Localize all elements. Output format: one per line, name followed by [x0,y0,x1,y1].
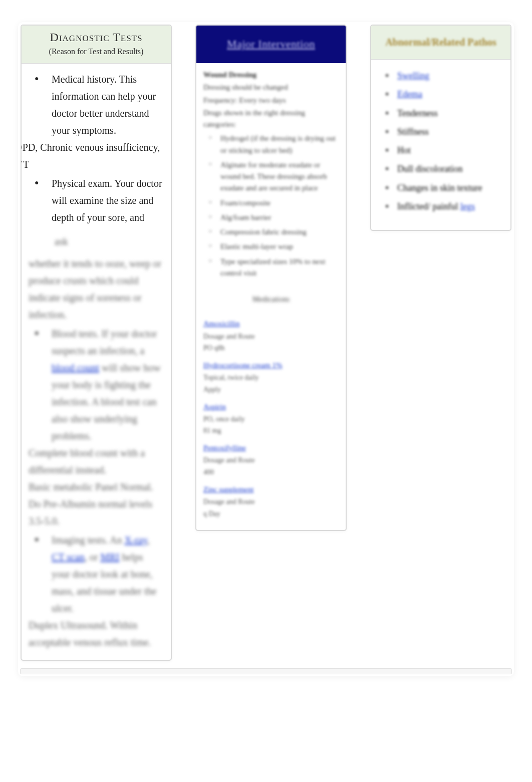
paragraph-1: whether it tends to ooze, weep or produc… [29,255,164,323]
list-item: Medical history. This information can he… [49,69,164,139]
card-header: Abnormal/Related Pathos [371,26,510,60]
card-title: Major Intervention [227,38,315,50]
med-line: PO, once daily [203,414,339,425]
list-item: Elastic multi-layer wrap [220,239,339,254]
bullet-list-top: Medical history. This information can he… [29,69,164,139]
paragraph-4: Do Pre-Albumin normal levels 3.5-5.0. [29,495,164,530]
list-item: Foam/composite [220,196,339,210]
col-major-intervention: Major Intervention Wound Dressing Dressi… [196,25,346,531]
text-line: Dressing should be changed [203,82,339,93]
spacer [29,226,164,233]
med-line: Dosage and Route [203,455,339,466]
card-title: Abnormal/Related Pathos [385,37,496,48]
bullet-list-blur-1: Blood tests. If your doctor suspects an … [29,323,164,444]
med-line: q Day [203,508,339,519]
content-frame: Diagnostic Tests (Reason for Test and Re… [18,22,514,676]
list-item: Type specialized sizes 10% to next contr… [220,254,339,281]
med-line: Apply [203,384,339,395]
card-abnormal-related: Abnormal/Related Pathos Swelling Edema T… [371,25,511,230]
list-item: Alg/foam barrier [220,210,339,225]
med-link[interactable]: Zinc supplement [203,484,253,495]
medications-list: Amoxicillin Dosage and Route PO q8h Hydr… [203,318,339,519]
card-major-intervention: Major Intervention Wound Dressing Dressi… [196,25,346,531]
med-link[interactable]: Hydrocortisone cream 1% [203,360,282,371]
footer-divider [20,668,512,674]
list-item: Swelling [397,67,501,85]
med-link[interactable]: Pentoxifylline [203,442,246,454]
list-item: Alginate for moderate exudate or wound b… [220,158,339,196]
three-column-grid: Diagnostic Tests (Reason for Test and Re… [20,24,512,661]
paragraph-5: Duplex Ultrasound. Within acceptable ven… [29,617,164,651]
link[interactable]: Edema [397,89,422,99]
medications-heading: Medications [252,294,290,305]
med-line: PO q8h [203,343,339,354]
card-title: Diagnostic Tests [28,31,165,44]
list-text: Medical history. This information can he… [52,74,156,136]
list-text: Blood tests. If your doctor suspects an … [52,328,161,441]
list-item: Changes in skin texture [397,179,501,197]
text-line: Frequency: Every two days [203,95,339,106]
link-ct[interactable]: CT scan [52,552,85,563]
section-heading: Wound Dressing [203,69,339,81]
list-text: Inflicted/ painful [397,201,460,211]
text-line: Drugs shown in the right dressing catego… [203,107,339,131]
symptom-bullet-list: Swelling Edema Tenderness Stiffness Hot … [380,67,501,216]
list-item: Imaging tests. An X-ray, CT scan, or MRI… [49,530,164,617]
list-item: Dull discoloration [397,160,501,178]
med-link[interactable]: Aspirin [203,401,226,413]
page: Diagnostic Tests (Reason for Test and Re… [0,0,532,782]
list-item: Edema [397,85,501,104]
med-line: Dosage and Route [203,331,339,342]
list-item: Inflicted/ painful legs [397,197,501,216]
med-line: Dosage and Route [203,496,339,507]
list-text: Physical exam. Your doctor will examine … [52,178,162,223]
card-body: Wound Dressing Dressing should be change… [196,63,346,530]
list-item: Hot [397,141,501,160]
list-item: Physical exam. Your doctor will examine … [49,173,164,226]
list-text: Imaging tests. An X-ray, CT scan, or MRI… [52,535,156,614]
list-item: Blood tests. If your doctor suspects an … [49,323,164,444]
short-ask-line: ask [29,233,164,250]
list-item: Hydrogel (if the dressing is drying out … [220,131,339,158]
link-mri[interactable]: MRI [100,552,119,563]
card-body: Swelling Edema Tenderness Stiffness Hot … [371,60,510,230]
card-subtitle: (Reason for Test and Results) [28,47,165,56]
dressing-bullet-list: Hydrogel (if the dressing is drying out … [203,131,339,281]
list-item: Tenderness [397,104,501,123]
link[interactable]: legs [460,201,475,211]
card-header: Diagnostic Tests (Reason for Test and Re… [22,26,171,64]
card-header: Major Intervention [196,26,346,63]
paragraph-3: Basic metabolic Panel Normal. [29,478,164,495]
link-xray[interactable]: X-ray [125,535,147,546]
medications-heading-wrap: Medications [203,294,339,305]
link[interactable]: Swelling [397,71,429,81]
list-item: Compression fabric dressing [220,225,339,239]
col-abnormal-related: Abnormal/Related Pathos Swelling Edema T… [371,25,511,230]
list-item: Stiffness [397,123,501,141]
med-line: 81 mg [203,425,339,436]
bullet-list-mid: Physical exam. Your doctor will examine … [29,173,164,226]
med-line: Topical, twice daily [203,372,339,383]
card-body: Medical history. This information can he… [22,64,171,660]
col-diagnostic-tests: Diagnostic Tests (Reason for Test and Re… [21,25,171,660]
med-line: 400 [203,467,339,478]
paragraph-2: Complete blood count with a differential… [29,444,164,478]
bullet-list-blur-2: Imaging tests. An X-ray, CT scan, or MRI… [29,530,164,617]
link-blood-count[interactable]: blood count [52,362,99,373]
card-diagnostic-tests: Diagnostic Tests (Reason for Test and Re… [21,25,171,660]
interjection-line: COPD, Chronic venous insufficiency, DVT [21,139,164,173]
med-link[interactable]: Amoxicillin [203,318,240,330]
